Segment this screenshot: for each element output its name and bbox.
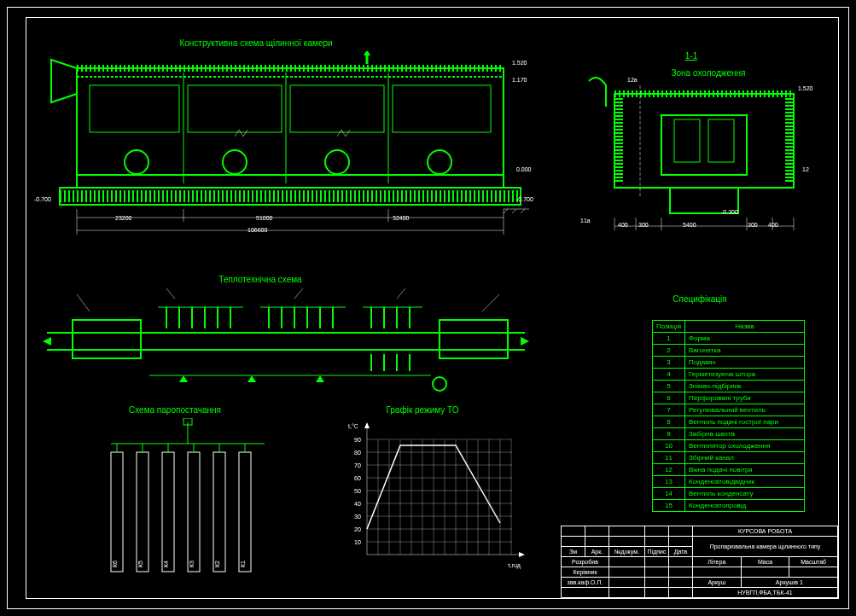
table-row: 8Вентиль подачі гострої пари: [653, 416, 805, 428]
svg-line-76: [482, 294, 499, 311]
sec-h1: 1.520: [798, 85, 813, 91]
dim-seg2: 51000: [256, 215, 272, 221]
svg-rect-88: [188, 452, 200, 572]
svg-rect-5: [290, 85, 384, 132]
sec-w5: 400: [768, 222, 778, 228]
sec-ref11a: 11а: [580, 218, 591, 224]
svg-marker-80: [43, 337, 51, 346]
svg-rect-6: [393, 85, 491, 132]
sec-ref12a: 12а: [627, 77, 638, 83]
svg-text:τ,год: τ,год: [508, 562, 521, 569]
tb-code: НУВГП,ФБА,ТБК-41: [693, 588, 838, 598]
svg-rect-32: [674, 119, 700, 162]
steam-supply-drawing: К6 К5 К4 К3 К2 К1: [85, 418, 299, 589]
svg-text:90: 90: [354, 437, 361, 443]
k3-label: К3: [189, 561, 195, 567]
svg-marker-28: [364, 51, 370, 55]
table-row: 3Подавач: [653, 357, 805, 369]
spec-col-name: Назва: [685, 321, 805, 333]
k6-label: К6: [112, 561, 118, 567]
dim-seg1: 23200: [115, 215, 131, 221]
svg-text:20: 20: [354, 526, 361, 532]
table-row: 1Форма: [653, 333, 805, 345]
svg-marker-100: [519, 552, 525, 557]
steam-title: Схема паропостачання: [111, 405, 239, 415]
svg-line-78: [294, 288, 303, 299]
regime-chart: 102030 405060 708090 t,°C τ,год: [341, 418, 538, 580]
lev-pit: -0.700: [516, 196, 533, 202]
svg-rect-85: [111, 452, 123, 572]
thermal-scheme-drawing: [38, 286, 533, 397]
specification-table: Позиція Назва 1Форма2Вагонетка3Подавач4Г…: [652, 320, 805, 512]
section-label: 1-1: [674, 51, 708, 61]
lev-zero: 0.000: [516, 166, 532, 172]
svg-line-26: [521, 209, 525, 213]
sec-w2: 300: [638, 222, 649, 228]
svg-point-8: [223, 150, 247, 174]
svg-text:10: 10: [354, 539, 361, 545]
table-row: 15Конденсатопровід: [653, 500, 805, 512]
svg-line-75: [77, 294, 90, 311]
tb-heading: КУРСОВА РОБОТА: [693, 526, 838, 537]
svg-rect-4: [188, 85, 282, 132]
table-row: 7Регулювальний вентиль: [653, 404, 805, 416]
svg-text:40: 40: [354, 501, 361, 507]
dim-seg3: 32400: [393, 215, 409, 221]
cross-section-drawing: [572, 68, 828, 239]
thermal-title: Теплотехнічна схема: [196, 275, 324, 284]
svg-text:60: 60: [354, 475, 361, 481]
main-section-drawing: [43, 51, 529, 264]
svg-rect-49: [440, 320, 508, 358]
svg-point-9: [325, 150, 349, 174]
sec-w3: 5400: [683, 222, 696, 228]
table-row: 14Вентиль конденсату: [653, 488, 805, 500]
table-row: 12Вікна подачі повітря: [653, 464, 805, 476]
svg-rect-86: [137, 452, 148, 572]
svg-rect-48: [73, 320, 141, 358]
svg-rect-89: [213, 452, 225, 572]
svg-marker-99: [364, 422, 370, 428]
sec-w1: 400: [618, 222, 628, 228]
sec-hlow: -0.300: [721, 209, 738, 215]
table-row: 9Забірна шахта: [653, 428, 805, 440]
svg-rect-33: [708, 119, 734, 162]
svg-line-79: [397, 288, 405, 299]
sec-ref12: 12: [802, 166, 809, 172]
table-row: 5Знімач-підбірник: [653, 381, 805, 392]
k5-label: К5: [137, 561, 143, 567]
lev-low-left: -0.700: [34, 196, 51, 202]
svg-point-74: [433, 377, 446, 391]
svg-text:80: 80: [354, 450, 361, 456]
spec-title: Специфікація: [649, 294, 751, 304]
svg-point-7: [125, 150, 148, 174]
sec-w4: 300: [748, 222, 758, 228]
svg-point-10: [428, 150, 451, 174]
main-title: Конструктивна схема щілинної камери: [128, 38, 384, 48]
chart-title: Графік режиму ТО: [358, 405, 486, 415]
svg-marker-81: [521, 337, 529, 346]
table-row: 6Перфоровані труби: [653, 392, 805, 404]
spec-col-pos: Позиція: [653, 321, 685, 333]
svg-line-77: [166, 288, 175, 299]
svg-rect-3: [90, 85, 179, 132]
table-row: 2Вагонетка: [653, 345, 805, 357]
svg-text:30: 30: [354, 514, 361, 520]
table-row: 11Збірний канал: [653, 452, 805, 464]
svg-text:t,°C: t,°C: [348, 423, 358, 429]
dim-total: 106600: [247, 227, 267, 233]
lev-mid: 1.170: [512, 77, 527, 83]
svg-text:50: 50: [354, 488, 361, 494]
svg-line-25: [512, 209, 516, 213]
table-row: 4Герметизуюча штора: [653, 369, 805, 381]
svg-rect-90: [239, 452, 251, 572]
table-row: 10Вентилятор охолодження: [653, 440, 805, 452]
k4-label: К4: [163, 561, 169, 567]
svg-rect-87: [162, 452, 174, 572]
lev-top: 1.520: [512, 60, 527, 66]
svg-text:70: 70: [354, 462, 361, 468]
svg-rect-29: [614, 94, 794, 188]
table-row: 13Конденсатовідвідник: [653, 476, 805, 488]
tb-main-title: Пропарювальна камера щілинного типу: [693, 537, 838, 557]
title-block: КУРСОВА РОБОТА Пропарювальна камера щіли…: [561, 526, 838, 598]
svg-line-24: [504, 209, 508, 213]
